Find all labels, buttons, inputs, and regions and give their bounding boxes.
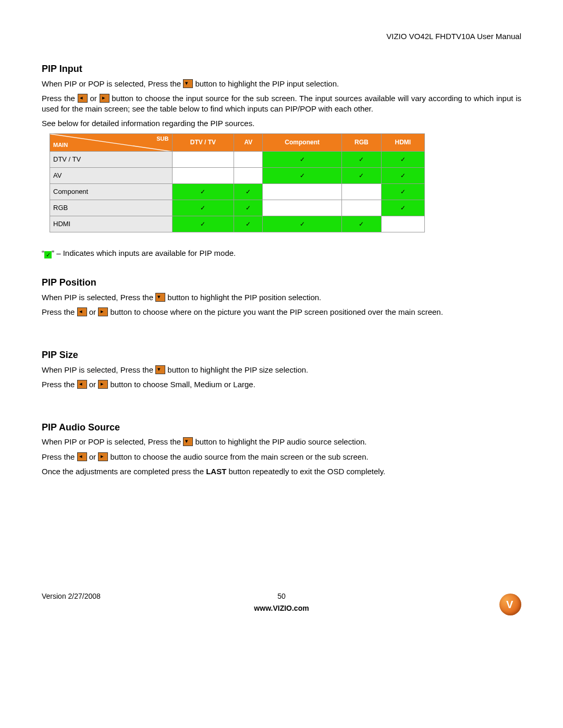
table-cell: ✓ (381, 168, 424, 184)
down-button-icon (155, 293, 165, 302)
table-cell: ✓ (263, 216, 342, 232)
table-cell (263, 200, 342, 216)
pip-input-p2: Press the or button to choose the input … (42, 93, 521, 115)
right-button-icon (98, 452, 108, 461)
right-button-icon (98, 380, 108, 389)
check-icon: ✓ (44, 251, 52, 258)
table-cell: ✓ (381, 200, 424, 216)
table-corner-cell: SUB MAIN (50, 133, 173, 152)
text: button to highlight the PIP size selecti… (167, 365, 308, 374)
header-title: VIZIO VO42L FHDTV10A User Manual (42, 31, 521, 42)
left-button-icon (77, 452, 87, 461)
left-button-icon (77, 380, 87, 389)
text: ” – Indicates which inputs are available… (52, 249, 236, 257)
table-row: DTV / TV✓✓✓ (50, 152, 425, 168)
text: button to choose Small, Medium or Large. (110, 380, 255, 389)
pip-size-heading: PIP Size (42, 349, 521, 361)
table-cell: ✓ (342, 168, 382, 184)
text: Press the (42, 307, 77, 316)
page-footer: 50 Version 2/27/2008 www.VIZIO.com (42, 591, 521, 613)
table-cell: ✓ (172, 216, 234, 232)
pip-size-p1: When PIP is selected, Press the button t… (42, 365, 521, 375)
table-cell: ✓ (172, 184, 234, 200)
down-button-icon (183, 437, 193, 446)
pip-position-p1: When PIP is selected, Press the button t… (42, 292, 521, 303)
table-cell (381, 216, 424, 232)
text: When PIP or POP is selected, Press the (42, 79, 183, 88)
pip-audio-p3: Once the adjustments are completed press… (42, 466, 521, 477)
vizio-logo-icon (499, 594, 521, 615)
left-button-icon (78, 94, 88, 103)
left-button-icon (77, 307, 87, 316)
svg-line-0 (50, 134, 172, 152)
text: or (89, 380, 99, 389)
pip-input-p3: See below for detailed information regar… (42, 118, 521, 129)
table-cell (172, 152, 234, 168)
col-header: DTV / TV (172, 133, 234, 152)
pip-input-heading: PIP Input (42, 63, 521, 75)
row-header: Component (50, 184, 173, 200)
text: button to highlight the PIP audio source… (195, 437, 366, 446)
table-cell: ✓ (234, 216, 263, 232)
table-cell: ✓ (234, 200, 263, 216)
page-number: 50 (42, 591, 521, 601)
table-cell (263, 184, 342, 200)
text: When PIP is selected, Press the (42, 365, 155, 374)
text: Press the (42, 452, 77, 461)
text: button to highlight the PIP position sel… (167, 293, 321, 302)
text: button to choose where on the picture yo… (110, 307, 443, 316)
right-button-icon (100, 94, 109, 103)
text: button to choose the input source for th… (42, 94, 521, 113)
table-cell: ✓ (342, 216, 382, 232)
footer-url: www.VIZIO.com (42, 603, 521, 613)
row-header: DTV / TV (50, 152, 173, 168)
pip-input-p1: When PIP or POP is selected, Press the b… (42, 79, 521, 89)
row-header: AV (50, 168, 173, 184)
row-header: HDMI (50, 216, 173, 232)
text: Once the adjustments are completed press… (42, 467, 206, 476)
table-cell (342, 200, 382, 216)
pip-audio-heading: PIP Audio Source (42, 421, 521, 434)
down-button-icon (155, 365, 165, 374)
col-header: RGB (342, 133, 382, 152)
last-button-name: LAST (206, 467, 226, 476)
table-cell: ✓ (234, 184, 263, 200)
table-cell (234, 168, 263, 184)
table-cell: ✓ (172, 200, 234, 216)
pip-audio-p2: Press the or button to choose the audio … (42, 452, 521, 462)
pip-position-heading: PIP Position (42, 276, 521, 289)
text: or (90, 94, 99, 103)
table-row: Component✓✓✓ (50, 184, 425, 200)
table-cell (234, 152, 263, 168)
table-row: RGB✓✓✓ (50, 200, 425, 216)
table-cell: ✓ (381, 184, 424, 200)
pip-position-p2: Press the or button to choose where on t… (42, 307, 521, 317)
table-row: AV✓✓✓ (50, 168, 425, 184)
text: or (89, 452, 99, 461)
pip-size-p2: Press the or button to choose Small, Med… (42, 379, 521, 390)
row-header: RGB (50, 200, 173, 216)
table-cell: ✓ (381, 152, 424, 168)
table-row: HDMI✓✓✓✓ (50, 216, 425, 232)
pip-compat-table: SUB MAIN DTV / TV AV Component RGB HDMI … (50, 133, 425, 233)
down-button-icon (183, 79, 193, 88)
table-cell (342, 184, 382, 200)
table-cell: ✓ (342, 152, 382, 168)
col-header: HDMI (381, 133, 424, 152)
text: button repeatedly to exit the OSD comple… (229, 467, 386, 476)
col-header: Component (263, 133, 342, 152)
right-button-icon (98, 307, 108, 316)
table-cell (172, 168, 234, 184)
text: Press the (42, 380, 77, 389)
table-cell: ✓ (263, 152, 342, 168)
text: button to highlight the PIP input select… (195, 79, 339, 88)
text: button to choose the audio source from t… (110, 452, 368, 461)
table-cell: ✓ (263, 168, 342, 184)
col-header: AV (234, 133, 263, 152)
pip-audio-p1: When PIP or POP is selected, Press the b… (42, 437, 521, 447)
text: or (89, 307, 99, 316)
text: When PIP or POP is selected, Press the (42, 437, 183, 446)
table-legend: “✓” – Indicates which inputs are availab… (42, 248, 521, 258)
text: Press the (42, 94, 78, 103)
text: When PIP is selected, Press the (42, 293, 155, 302)
